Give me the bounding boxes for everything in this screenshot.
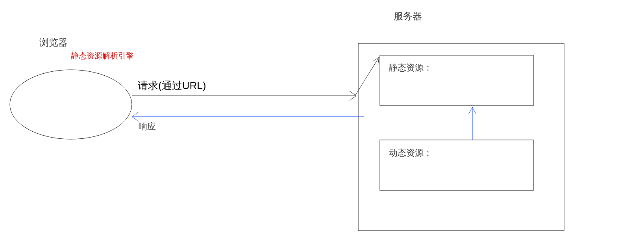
server-title: 服务器 [394,10,422,22]
request-arrow-head-2 [350,96,356,101]
request-label: 请求(通过URL) [138,79,206,93]
request-branch-head-2 [378,57,379,65]
engine-label: 静态资源解析引擎 [71,50,134,61]
response-label: 响应 [139,121,156,132]
response-arrow-head-2 [132,117,139,121]
browser-ellipse [10,70,132,139]
dyn-to-static-head-2 [472,107,476,114]
request-branch-head-1 [373,57,379,61]
diagram-canvas [0,0,644,246]
dyn-to-static-head-1 [468,107,472,114]
static-resource-label: 静态资源： [389,62,432,74]
dynamic-resource-label: 动态资源： [389,147,432,159]
response-arrow-head-1 [132,112,139,117]
request-branch-line [355,57,379,95]
browser-title: 浏览器 [39,36,68,49]
request-arrow-head-1 [350,91,356,96]
